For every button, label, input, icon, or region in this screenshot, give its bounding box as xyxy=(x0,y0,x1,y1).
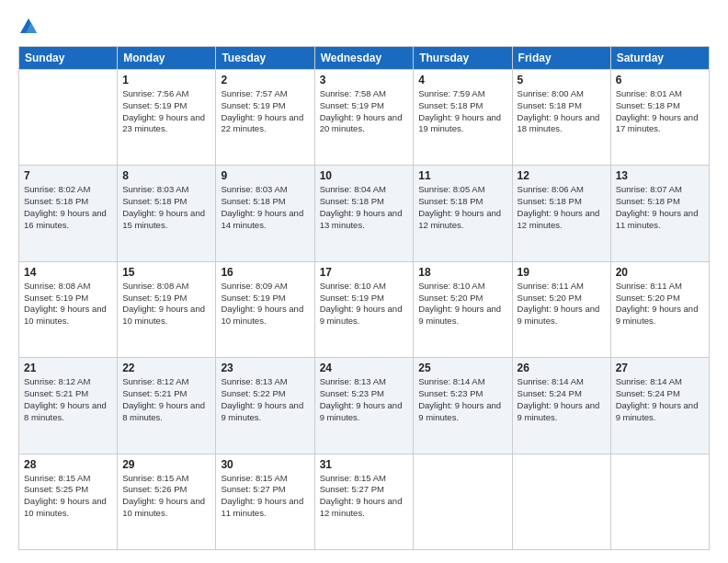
calendar-cell: 31Sunrise: 8:15 AMSunset: 5:27 PMDayligh… xyxy=(314,454,414,549)
day-info: Sunrise: 8:10 AMSunset: 5:20 PMDaylight:… xyxy=(418,281,506,327)
day-info: Sunrise: 8:05 AMSunset: 5:18 PMDaylight:… xyxy=(418,184,506,231)
calendar-cell: 17Sunrise: 8:10 AMSunset: 5:19 PMDayligh… xyxy=(314,261,414,357)
day-number: 4 xyxy=(418,74,506,86)
day-number: 7 xyxy=(24,169,112,182)
calendar-cell: 6Sunrise: 8:01 AMSunset: 5:18 PMDaylight… xyxy=(610,70,709,166)
day-number: 8 xyxy=(122,169,210,182)
calendar-cell: 25Sunrise: 8:14 AMSunset: 5:23 PMDayligh… xyxy=(414,358,512,454)
day-number: 25 xyxy=(418,362,506,374)
day-number: 21 xyxy=(24,362,112,374)
day-number: 2 xyxy=(221,74,309,86)
col-header-friday: Friday xyxy=(512,47,610,70)
calendar-cell: 30Sunrise: 8:15 AMSunset: 5:27 PMDayligh… xyxy=(216,454,314,549)
day-info: Sunrise: 8:08 AMSunset: 5:19 PMDaylight:… xyxy=(24,281,112,327)
day-number: 18 xyxy=(418,266,506,279)
day-info: Sunrise: 8:13 AMSunset: 5:22 PMDaylight:… xyxy=(221,376,309,423)
day-number: 16 xyxy=(221,266,309,279)
calendar-cell xyxy=(512,454,610,549)
day-number: 5 xyxy=(518,74,606,86)
day-info: Sunrise: 8:04 AMSunset: 5:18 PMDaylight:… xyxy=(320,184,409,231)
calendar-cell: 1Sunrise: 7:56 AMSunset: 5:19 PMDaylight… xyxy=(118,70,216,166)
calendar-cell: 14Sunrise: 8:08 AMSunset: 5:19 PMDayligh… xyxy=(19,261,118,357)
day-number: 20 xyxy=(616,266,704,279)
day-info: Sunrise: 8:11 AMSunset: 5:20 PMDaylight:… xyxy=(616,281,704,327)
day-info: Sunrise: 8:06 AMSunset: 5:18 PMDaylight:… xyxy=(518,184,606,231)
day-number: 26 xyxy=(518,362,606,374)
day-info: Sunrise: 8:11 AMSunset: 5:20 PMDaylight:… xyxy=(518,281,606,327)
col-header-sunday: Sunday xyxy=(19,47,118,70)
calendar-cell: 19Sunrise: 8:11 AMSunset: 5:20 PMDayligh… xyxy=(512,261,610,357)
day-info: Sunrise: 8:02 AMSunset: 5:18 PMDaylight:… xyxy=(24,184,112,231)
calendar-cell: 11Sunrise: 8:05 AMSunset: 5:18 PMDayligh… xyxy=(414,166,512,261)
calendar-cell: 7Sunrise: 8:02 AMSunset: 5:18 PMDaylight… xyxy=(19,166,118,261)
day-number: 9 xyxy=(221,169,309,182)
calendar-cell xyxy=(610,454,709,549)
day-info: Sunrise: 8:13 AMSunset: 5:23 PMDaylight:… xyxy=(320,376,409,423)
calendar-cell: 8Sunrise: 8:03 AMSunset: 5:18 PMDaylight… xyxy=(118,166,216,261)
calendar-cell xyxy=(19,70,118,166)
day-number: 28 xyxy=(24,458,112,471)
calendar-cell: 5Sunrise: 8:00 AMSunset: 5:18 PMDaylight… xyxy=(512,70,610,166)
col-header-tuesday: Tuesday xyxy=(216,47,314,70)
header xyxy=(18,17,710,37)
calendar-cell: 23Sunrise: 8:13 AMSunset: 5:22 PMDayligh… xyxy=(216,358,314,454)
day-number: 23 xyxy=(221,362,309,374)
day-info: Sunrise: 8:03 AMSunset: 5:18 PMDaylight:… xyxy=(122,184,210,231)
day-info: Sunrise: 8:10 AMSunset: 5:19 PMDaylight:… xyxy=(320,281,409,327)
calendar-cell: 2Sunrise: 7:57 AMSunset: 5:19 PMDaylight… xyxy=(216,70,314,166)
day-number: 3 xyxy=(320,74,409,86)
calendar-cell: 27Sunrise: 8:14 AMSunset: 5:24 PMDayligh… xyxy=(610,358,709,454)
day-number: 13 xyxy=(616,169,704,182)
calendar-cell: 24Sunrise: 8:13 AMSunset: 5:23 PMDayligh… xyxy=(314,358,414,454)
day-number: 1 xyxy=(122,74,210,86)
day-info: Sunrise: 8:12 AMSunset: 5:21 PMDaylight:… xyxy=(24,376,112,423)
calendar-cell: 10Sunrise: 8:04 AMSunset: 5:18 PMDayligh… xyxy=(314,166,414,261)
calendar-cell: 13Sunrise: 8:07 AMSunset: 5:18 PMDayligh… xyxy=(610,166,709,261)
day-info: Sunrise: 8:15 AMSunset: 5:26 PMDaylight:… xyxy=(122,473,210,520)
calendar-cell: 22Sunrise: 8:12 AMSunset: 5:21 PMDayligh… xyxy=(118,358,216,454)
day-info: Sunrise: 8:07 AMSunset: 5:18 PMDaylight:… xyxy=(616,184,704,231)
calendar-cell: 12Sunrise: 8:06 AMSunset: 5:18 PMDayligh… xyxy=(512,166,610,261)
day-number: 31 xyxy=(320,458,409,471)
day-number: 22 xyxy=(122,362,210,374)
day-number: 10 xyxy=(320,169,409,182)
calendar-cell: 15Sunrise: 8:08 AMSunset: 5:19 PMDayligh… xyxy=(118,261,216,357)
calendar-cell: 18Sunrise: 8:10 AMSunset: 5:20 PMDayligh… xyxy=(414,261,512,357)
day-number: 29 xyxy=(122,458,210,471)
day-info: Sunrise: 8:00 AMSunset: 5:18 PMDaylight:… xyxy=(518,88,606,135)
calendar-cell: 28Sunrise: 8:15 AMSunset: 5:25 PMDayligh… xyxy=(19,454,118,549)
calendar: SundayMondayTuesdayWednesdayThursdayFrid… xyxy=(18,46,710,550)
col-header-wednesday: Wednesday xyxy=(314,47,414,70)
calendar-cell: 16Sunrise: 8:09 AMSunset: 5:19 PMDayligh… xyxy=(216,261,314,357)
day-number: 19 xyxy=(518,266,606,279)
calendar-cell: 21Sunrise: 8:12 AMSunset: 5:21 PMDayligh… xyxy=(19,358,118,454)
day-number: 17 xyxy=(320,266,409,279)
col-header-monday: Monday xyxy=(118,47,216,70)
logo-icon xyxy=(18,17,39,37)
day-number: 15 xyxy=(122,266,210,279)
calendar-cell xyxy=(414,454,512,549)
day-info: Sunrise: 8:09 AMSunset: 5:19 PMDaylight:… xyxy=(221,281,309,327)
day-info: Sunrise: 8:15 AMSunset: 5:27 PMDaylight:… xyxy=(221,473,309,520)
day-info: Sunrise: 7:58 AMSunset: 5:19 PMDaylight:… xyxy=(320,88,409,135)
col-header-thursday: Thursday xyxy=(414,47,512,70)
col-header-saturday: Saturday xyxy=(610,47,709,70)
calendar-cell: 3Sunrise: 7:58 AMSunset: 5:19 PMDaylight… xyxy=(314,70,414,166)
day-number: 30 xyxy=(221,458,309,471)
day-number: 24 xyxy=(320,362,409,374)
day-info: Sunrise: 8:03 AMSunset: 5:18 PMDaylight:… xyxy=(221,184,309,231)
calendar-cell: 29Sunrise: 8:15 AMSunset: 5:26 PMDayligh… xyxy=(118,454,216,549)
day-info: Sunrise: 8:08 AMSunset: 5:19 PMDaylight:… xyxy=(122,281,210,327)
day-info: Sunrise: 8:14 AMSunset: 5:24 PMDaylight:… xyxy=(518,376,606,423)
calendar-cell: 4Sunrise: 7:59 AMSunset: 5:18 PMDaylight… xyxy=(414,70,512,166)
calendar-cell: 20Sunrise: 8:11 AMSunset: 5:20 PMDayligh… xyxy=(610,261,709,357)
day-info: Sunrise: 8:15 AMSunset: 5:27 PMDaylight:… xyxy=(320,473,409,520)
logo xyxy=(18,17,42,37)
day-number: 6 xyxy=(616,74,704,86)
day-info: Sunrise: 8:12 AMSunset: 5:21 PMDaylight:… xyxy=(122,376,210,423)
day-info: Sunrise: 8:14 AMSunset: 5:23 PMDaylight:… xyxy=(418,376,506,423)
day-info: Sunrise: 7:59 AMSunset: 5:18 PMDaylight:… xyxy=(418,88,506,135)
calendar-cell: 9Sunrise: 8:03 AMSunset: 5:18 PMDaylight… xyxy=(216,166,314,261)
day-info: Sunrise: 8:15 AMSunset: 5:25 PMDaylight:… xyxy=(24,473,112,520)
day-info: Sunrise: 7:57 AMSunset: 5:19 PMDaylight:… xyxy=(221,88,309,135)
